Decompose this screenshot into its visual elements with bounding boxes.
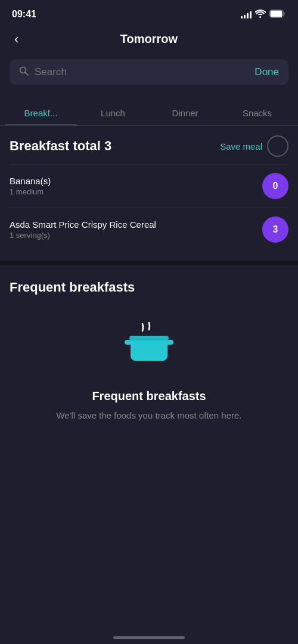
battery-icon [269,10,286,20]
food-item-cereal[interactable]: Asda Smart Price Crispy Rice Cereal 1 se… [10,208,288,251]
section-divider [0,261,298,265]
search-icon [19,66,29,78]
tabs-container: Breakf... Lunch Dinner Snacks [0,100,298,126]
empty-subtitle: We'll save the foods you track most ofte… [56,409,241,423]
header: ‹ Tomorrow [0,26,298,54]
home-indicator [113,636,185,639]
food-serving-cereal: 1 serving(s) [10,231,156,240]
tab-breakfast[interactable]: Breakf... [5,100,77,125]
status-time: 09:41 [12,9,36,20]
food-serving-banana: 1 medium [10,187,51,196]
search-container: Done [0,54,298,95]
meal-title: Breakfast total 3 [10,138,111,154]
tab-snacks[interactable]: Snacks [221,100,293,125]
meal-section: Breakfast total 3 Save meal Banana(s) 1 … [0,126,298,251]
svg-line-3 [26,73,29,76]
empty-title: Frequent breakfasts [92,389,206,403]
svg-rect-1 [271,10,283,17]
tab-dinner[interactable]: Dinner [149,100,221,125]
empty-state: Frequent breakfasts We'll save the foods… [10,295,288,441]
status-bar: 09:41 [0,0,298,26]
svg-rect-5 [125,340,132,345]
search-bar: Done [10,59,288,85]
frequent-section: Frequent breakfasts Frequent breakfasts … [0,265,298,455]
calorie-badge-cereal: 3 [262,216,288,243]
food-item-banana[interactable]: Banana(s) 1 medium 0 [10,164,288,208]
food-info-cereal: Asda Smart Price Crispy Rice Cereal 1 se… [10,219,156,240]
food-name-banana: Banana(s) [10,176,51,186]
frequent-section-title: Frequent breakfasts [10,280,288,295]
done-button[interactable]: Done [250,64,279,80]
meal-header: Breakfast total 3 Save meal [10,135,288,157]
food-info-banana: Banana(s) 1 medium [10,176,51,196]
save-meal-circle-icon [267,135,288,157]
status-icons [241,10,286,20]
page-title: Tomorrow [120,32,178,46]
svg-rect-6 [166,340,173,345]
save-meal-button[interactable]: Save meal [220,135,288,157]
signal-bars-icon [241,10,252,18]
tab-lunch[interactable]: Lunch [77,100,149,125]
calorie-badge-banana: 0 [262,173,288,199]
search-input[interactable] [35,66,279,78]
food-name-cereal: Asda Smart Price Crispy Rice Cereal [10,219,156,230]
back-button[interactable]: ‹ [10,29,23,49]
pot-icon [122,319,176,375]
wifi-icon [255,10,266,20]
svg-rect-7 [129,336,169,340]
